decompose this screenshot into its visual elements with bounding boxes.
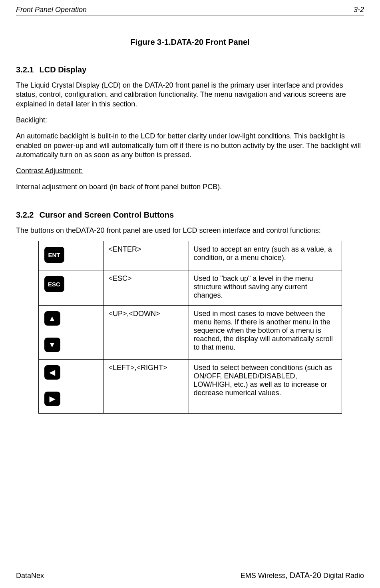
button-table: ENT <ENTER> Used to accept an entry (suc… — [38, 241, 342, 414]
section-heading-lcd: 3.2.1LCD Display — [16, 65, 364, 74]
button-description: Used to "back up" a level in the menu st… — [189, 270, 342, 306]
left-arrow-icon: ◀ — [44, 365, 60, 380]
figure-title: Figure 3-1.DATA-20 Front Panel — [16, 38, 364, 47]
header-right: 3-2 — [354, 6, 364, 14]
footer-left: DataNex — [16, 572, 44, 580]
section-title: Cursor and Screen Control Buttons — [39, 210, 174, 219]
up-arrow-icon: ▲ — [44, 311, 60, 326]
footer-right-prefix: EMS Wireless, — [241, 572, 290, 580]
section-heading-buttons: 3.2.2Cursor and Screen Control Buttons — [16, 210, 364, 220]
down-arrow-icon: ▼ — [44, 338, 60, 352]
section-number: 3.2.2 — [16, 210, 34, 219]
backlight-label: Backlight: — [16, 116, 364, 124]
button-name: <ENTER> — [103, 241, 189, 270]
header-left: Front Panel Operation — [16, 6, 87, 14]
footer-right-model: DATA-20 — [290, 571, 321, 580]
button-description: Used to accept an entry (such as a value… — [189, 241, 342, 270]
footer-right: EMS Wireless, DATA-20 Digital Radio — [241, 571, 364, 580]
esc-key-icon: ESC — [44, 276, 64, 292]
button-name: <ESC> — [103, 270, 189, 306]
buttons-intro-paragraph: The buttons on theDATA-20 front panel ar… — [16, 226, 364, 235]
contrast-label: Contrast Adjustment: — [16, 167, 364, 175]
backlight-paragraph: An automatic backlight is built-in to th… — [16, 132, 364, 160]
ent-key-icon: ENT — [44, 247, 64, 263]
contrast-paragraph: Internal adjustment on board (in back of… — [16, 182, 364, 192]
button-name: <UP>,<DOWN> — [103, 306, 189, 360]
page-footer: DataNex EMS Wireless, DATA-20 Digital Ra… — [16, 569, 364, 580]
table-row: ◀ ▶ <LEFT>,<RIGHT> Used to select betwee… — [38, 360, 342, 414]
table-row: ESC <ESC> Used to "back up" a level in t… — [38, 270, 342, 306]
table-row: ▲ ▼ <UP>,<DOWN> Used in most cases to mo… — [38, 306, 342, 360]
lcd-intro-paragraph: The Liquid Crystal Display (LCD) on the … — [16, 81, 364, 109]
button-description: Used to select between conditions (such … — [189, 360, 342, 414]
page-header: Front Panel Operation 3-2 — [16, 6, 364, 16]
button-name: <LEFT>,<RIGHT> — [103, 360, 189, 414]
right-arrow-icon: ▶ — [44, 392, 60, 406]
section-number: 3.2.1 — [16, 65, 34, 74]
footer-right-suffix: Digital Radio — [321, 572, 364, 580]
table-row: ENT <ENTER> Used to accept an entry (suc… — [38, 241, 342, 270]
button-description: Used in most cases to move between the m… — [189, 306, 342, 360]
section-title: LCD Display — [39, 65, 86, 74]
